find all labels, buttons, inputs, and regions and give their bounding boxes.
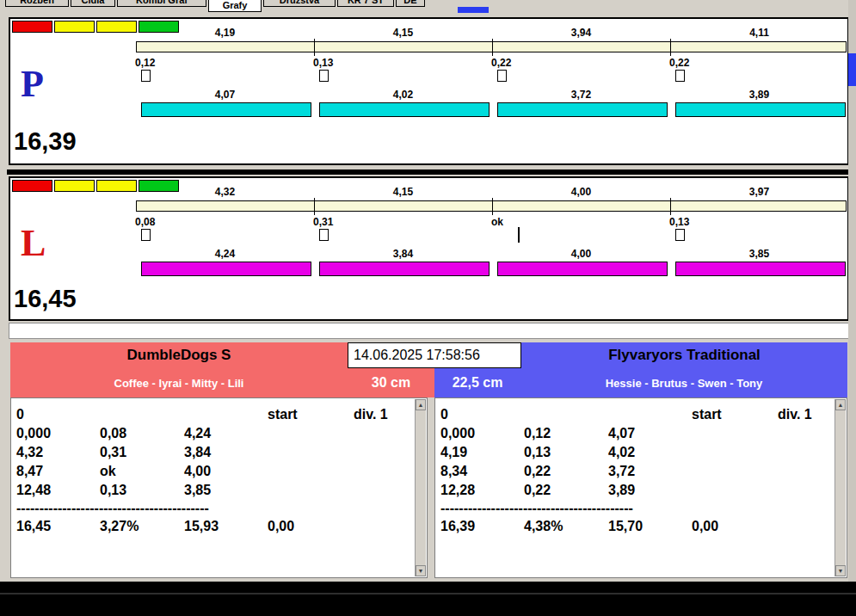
scale-value: 4,11 <box>670 27 848 39</box>
left-jump-height: 30 cm <box>348 375 434 391</box>
cell: 0,13 <box>100 481 184 500</box>
left-team-header: DumbleDogs S <box>10 342 348 368</box>
cell <box>354 517 413 536</box>
cell: 3,27% <box>100 517 184 536</box>
left-table-scrollbar[interactable]: ▲ ▼ <box>415 399 426 576</box>
scale-divider <box>314 39 315 56</box>
right-scroll-strip[interactable] <box>848 0 856 582</box>
change-value: 0,13 <box>669 216 730 228</box>
tab-de[interactable]: DE <box>396 0 425 7</box>
lane-total-time: 16,45 <box>14 285 77 313</box>
tab-druzstva[interactable]: Družstva <box>263 0 336 7</box>
scroll-down-icon[interactable]: ▼ <box>835 565 846 576</box>
separator-dashes: ----------------------------------------… <box>16 500 268 517</box>
start-light-red-icon <box>12 180 52 192</box>
change-value: 0,22 <box>491 57 551 69</box>
split-bar <box>319 102 490 117</box>
separator-dashes: ----------------------------------------… <box>440 500 692 517</box>
cell: 4,07 <box>608 424 692 443</box>
left-run-table: 0 start div. 1 0,000 0,08 4,24 4,32 0,31… <box>10 397 428 578</box>
change-marker-box <box>497 70 507 82</box>
cell: 0,22 <box>524 462 608 481</box>
cell: 4,32 <box>16 443 100 462</box>
right-jump-height: 22,5 cm <box>434 375 520 391</box>
tab-grafy[interactable]: Grafy <box>208 0 262 12</box>
cell: 12,28 <box>440 481 524 500</box>
scale-value: 3,94 <box>492 27 670 39</box>
scale-value: 4,32 <box>136 186 314 198</box>
right-team-subheader: 22,5 cm Hessie - Brutus - Swen - Tony <box>434 368 847 397</box>
split-bar <box>497 262 668 276</box>
table-total-row: 16,45 3,27% 15,93 0,00 <box>16 517 413 536</box>
split-value: 3,72 <box>492 89 670 101</box>
cell: 3,89 <box>608 481 692 500</box>
scale-value: 4,15 <box>314 186 492 198</box>
cell: 8,34 <box>440 462 524 481</box>
table-row: 4,19 0,13 4,02 <box>440 443 833 462</box>
cell: 0,31 <box>100 443 184 462</box>
tab-rozbeh[interactable]: Rozběh <box>5 0 69 7</box>
start-light-red-icon <box>12 21 52 33</box>
scroll-down-icon[interactable]: ▼ <box>416 565 426 576</box>
right-team-header: Flyvaryors Traditional <box>521 342 847 368</box>
change-value: ok <box>491 216 551 228</box>
left-team-dogs: Coffee - Iyrai - Mitty - Lili <box>10 377 348 390</box>
right-table-scrollbar[interactable]: ▲ ▼ <box>834 399 846 576</box>
change-marker-box <box>319 229 329 241</box>
app-screen: Rozběh Čidla Kombi Graf Grafy Družstva K… <box>0 0 856 616</box>
table-separator-row: ----------------------------------------… <box>16 500 413 517</box>
cell: 3,84 <box>184 443 268 462</box>
cell: 0,000 <box>440 424 524 443</box>
cell: 12,48 <box>16 481 100 500</box>
lane-separator <box>7 169 849 175</box>
cell: 4,24 <box>184 424 268 443</box>
change-value: 0,13 <box>313 57 373 69</box>
cell: 8,47 <box>16 462 100 481</box>
tab-kombi-graf[interactable]: Kombi Graf <box>117 0 206 7</box>
table-row: 12,28 0,22 3,89 <box>440 481 833 500</box>
empty-strip <box>9 323 849 339</box>
split-bar <box>497 102 668 117</box>
change-marker-box <box>141 229 151 241</box>
bottom-divider <box>0 593 856 594</box>
scale-value: 4,00 <box>492 186 670 198</box>
tab-cidla[interactable]: Čidla <box>71 0 115 7</box>
split-bar <box>675 262 846 276</box>
start-light-yellow-icon <box>96 21 137 33</box>
change-value: 0,12 <box>135 57 195 69</box>
scale-divider <box>670 198 671 215</box>
cell: 0,00 <box>268 517 354 536</box>
change-value: 0,08 <box>135 216 195 228</box>
scroll-up-icon[interactable]: ▲ <box>835 399 846 410</box>
table-total-row: 16,39 4,38% 15,70 0,00 <box>440 517 833 536</box>
scale-bar <box>136 41 847 52</box>
right-team-dogs: Hessie - Brutus - Swen - Tony <box>520 377 847 390</box>
cell: 0,08 <box>100 424 184 443</box>
change-marker-tick <box>518 227 520 243</box>
split-value: 4,24 <box>136 248 314 260</box>
cell: 0,13 <box>524 443 608 462</box>
scale-divider <box>314 198 315 215</box>
cell: 3,85 <box>184 481 268 500</box>
scale-divider <box>670 39 671 56</box>
split-value: 4,02 <box>314 89 492 101</box>
change-marker-box <box>675 70 685 82</box>
scale-value: 3,97 <box>670 186 848 198</box>
cell <box>608 405 692 424</box>
table-row: 8,34 0,22 3,72 <box>440 462 833 481</box>
cell: 0,22 <box>524 481 608 500</box>
split-value: 4,07 <box>136 89 314 101</box>
change-value: 0,22 <box>669 57 730 69</box>
split-value: 3,89 <box>670 89 848 101</box>
cell: 4,19 <box>440 443 524 462</box>
scroll-up-icon[interactable]: ▲ <box>416 399 426 410</box>
tab-kr7st[interactable]: KR 7 ST <box>337 0 394 7</box>
cell: 4,02 <box>608 443 692 462</box>
split-bar <box>141 102 311 117</box>
cell: start <box>268 405 354 424</box>
cell <box>778 517 833 536</box>
split-value: 3,85 <box>670 248 848 260</box>
scale-divider <box>492 198 493 215</box>
table-row: 4,32 0,31 3,84 <box>16 443 413 462</box>
cell <box>524 405 608 424</box>
